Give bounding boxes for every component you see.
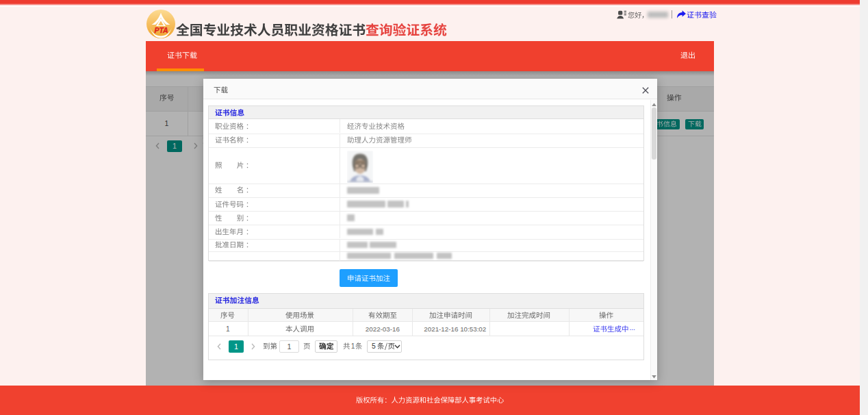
svg-text:PTA: PTA [154, 26, 168, 34]
